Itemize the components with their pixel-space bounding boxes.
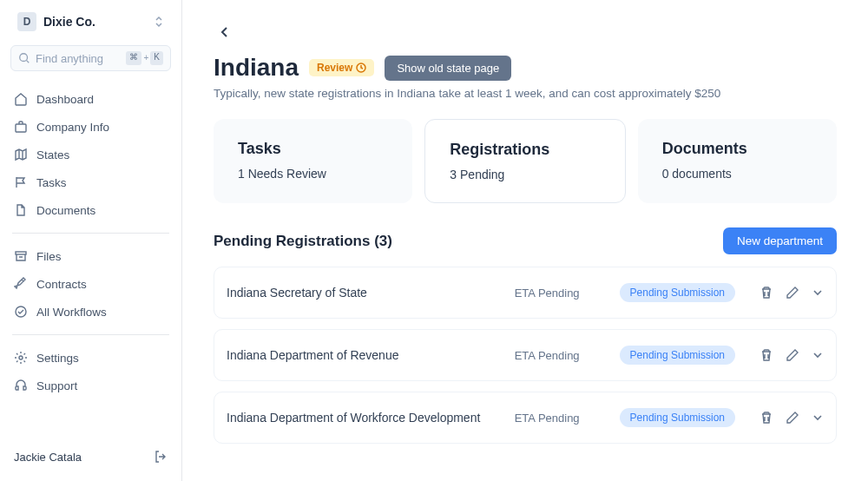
card-stat: 3 Pending: [450, 168, 600, 181]
search-placeholder: Find anything: [36, 52, 103, 65]
row-actions: [760, 348, 824, 362]
row-actions: [760, 286, 824, 300]
nav-label: States: [36, 148, 69, 161]
search-kbd: ⌘ + K: [126, 51, 163, 65]
tasks-card[interactable]: Tasks 1 Needs Review: [214, 119, 412, 203]
registrations-card[interactable]: Registrations 3 Pending: [424, 119, 625, 203]
card-title: Tasks: [238, 140, 388, 158]
org-selector[interactable]: D Dixie Co.: [7, 9, 174, 35]
card-title: Registrations: [450, 141, 600, 159]
nav-divider: [12, 334, 169, 335]
sidebar-item-settings[interactable]: Settings: [0, 344, 181, 372]
card-stat: 1 Needs Review: [238, 167, 388, 181]
nav-label: Settings: [36, 352, 79, 365]
registration-eta: ETA Pending: [515, 412, 580, 425]
clock-icon: [356, 63, 366, 73]
sidebar-footer: Jackie Catala: [0, 441, 181, 472]
nav-divider: [12, 233, 169, 234]
page-header: Indiana Review Show old state page: [214, 54, 837, 82]
card-title: Documents: [662, 140, 812, 158]
nav-secondary: Files Contracts All Workflows: [0, 239, 181, 329]
sidebar-item-files[interactable]: Files: [0, 242, 181, 270]
logout-icon[interactable]: [154, 450, 168, 464]
svg-point-3: [16, 306, 26, 317]
user-name[interactable]: Jackie Catala: [14, 451, 82, 464]
svg-rect-1: [16, 124, 26, 132]
pen-icon: [14, 277, 28, 291]
sidebar-item-states[interactable]: States: [0, 141, 181, 168]
document-icon: [14, 203, 28, 217]
edit-icon[interactable]: [786, 411, 799, 425]
sidebar-item-company-info[interactable]: Company Info: [0, 113, 181, 141]
sidebar-item-tasks[interactable]: Tasks: [0, 168, 181, 196]
registrations-list: Indiana Secretary of State ETA Pending P…: [214, 267, 837, 444]
status-badge: Pending Submission: [620, 283, 735, 302]
status-badge: Pending Submission: [620, 408, 735, 427]
svg-point-4: [19, 356, 23, 359]
show-old-page-button[interactable]: Show old state page: [385, 56, 511, 81]
sidebar: D Dixie Co. Find anything ⌘ + K Dashboar…: [0, 0, 182, 481]
trash-icon[interactable]: [760, 348, 773, 362]
search-icon: [18, 52, 30, 64]
home-icon: [14, 92, 28, 106]
nav-label: Contracts: [36, 278, 87, 291]
documents-card[interactable]: Documents 0 documents: [638, 119, 837, 203]
map-icon: [14, 148, 28, 161]
page-subtitle: Typically, new state registrations in In…: [214, 87, 837, 100]
nav-label: Files: [36, 250, 62, 263]
nav-label: Tasks: [36, 176, 67, 189]
flag-icon: [14, 175, 28, 189]
registration-eta: ETA Pending: [515, 287, 580, 300]
new-department-button[interactable]: New department: [723, 227, 837, 254]
back-button[interactable]: [214, 21, 236, 43]
summary-cards: Tasks 1 Needs Review Registrations 3 Pen…: [214, 119, 837, 203]
chevron-down-icon[interactable]: [812, 412, 824, 424]
sidebar-item-dashboard[interactable]: Dashboard: [0, 85, 181, 113]
trash-icon[interactable]: [760, 286, 773, 300]
sidebar-item-documents[interactable]: Documents: [0, 196, 181, 224]
registration-row[interactable]: Indiana Secretary of State ETA Pending P…: [214, 267, 837, 319]
registration-row[interactable]: Indiana Department of Revenue ETA Pendin…: [214, 329, 837, 381]
svg-point-0: [20, 54, 28, 62]
org-name: Dixie Co.: [43, 15, 95, 29]
nav-primary: Dashboard Company Info States Tasks Docu…: [0, 82, 181, 227]
page-title: Indiana: [214, 54, 299, 82]
trash-icon[interactable]: [760, 411, 773, 425]
section-title: Pending Registrations (3): [214, 233, 392, 250]
briefcase-icon: [14, 120, 28, 134]
status-badge: Pending Submission: [620, 346, 735, 365]
registration-eta: ETA Pending: [515, 349, 580, 362]
svg-rect-2: [16, 252, 26, 254]
registration-name: Indiana Department of Workforce Developm…: [227, 411, 515, 425]
review-badge: Review: [309, 59, 374, 76]
registration-row[interactable]: Indiana Department of Workforce Developm…: [214, 392, 837, 444]
sidebar-item-workflows[interactable]: All Workflows: [0, 298, 181, 326]
org-badge: D: [17, 12, 36, 31]
nav-label: Dashboard: [36, 93, 94, 106]
card-stat: 0 documents: [662, 167, 812, 181]
chevron-updown-icon: [154, 16, 164, 28]
headset-icon: [14, 379, 28, 392]
sidebar-item-support[interactable]: Support: [0, 372, 181, 399]
search-input[interactable]: Find anything ⌘ + K: [10, 45, 171, 71]
nav-label: Company Info: [36, 121, 109, 134]
chevron-down-icon[interactable]: [812, 287, 824, 299]
gear-icon: [14, 351, 28, 365]
chevron-down-icon[interactable]: [812, 349, 824, 361]
row-actions: [760, 411, 824, 425]
registration-name: Indiana Secretary of State: [227, 286, 515, 300]
nav-label: Documents: [36, 204, 95, 217]
check-circle-icon: [14, 305, 28, 319]
nav-label: Support: [36, 379, 77, 392]
archive-icon: [14, 249, 28, 263]
section-header: Pending Registrations (3) New department: [214, 227, 837, 254]
nav-label: All Workflows: [36, 306, 107, 319]
nav-tertiary: Settings Support: [0, 340, 181, 403]
registration-name: Indiana Department of Revenue: [227, 348, 515, 362]
main-content: Indiana Review Show old state page Typic…: [182, 0, 868, 481]
sidebar-item-contracts[interactable]: Contracts: [0, 270, 181, 298]
edit-icon[interactable]: [786, 286, 799, 300]
edit-icon[interactable]: [786, 348, 799, 362]
